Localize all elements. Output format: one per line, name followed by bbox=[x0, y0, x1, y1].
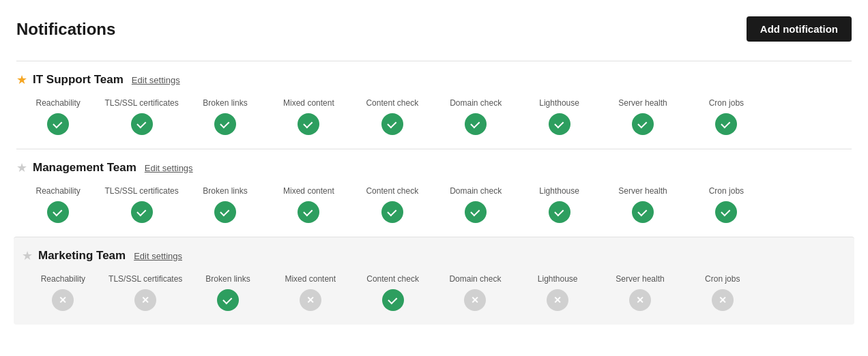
check-icon-marketing-team-4[interactable] bbox=[382, 289, 404, 311]
check-label-marketing-team-1: TLS/SSL certificates bbox=[108, 274, 182, 284]
check-col-marketing-team-1: TLS/SSL certificates bbox=[104, 271, 187, 319]
check-col-management-team-1: TLS/SSL certificates bbox=[100, 183, 183, 231]
check-icon-marketing-team-7[interactable] bbox=[629, 289, 651, 311]
check-label-marketing-team-6: Lighthouse bbox=[538, 274, 578, 284]
check-col-it-support-team-0: Reachability bbox=[16, 95, 100, 143]
checks-grid-management-team: ReachabilityTLS/SSL certificatesBroken l… bbox=[16, 183, 852, 231]
check-icon-management-team-1[interactable] bbox=[131, 201, 153, 223]
check-col-it-support-team-1: TLS/SSL certificates bbox=[100, 95, 183, 143]
check-icon-it-support-team-2[interactable] bbox=[214, 113, 236, 135]
check-col-it-support-team-7: Server health bbox=[601, 95, 684, 143]
page-title: Notifications bbox=[16, 20, 115, 39]
check-label-management-team-4: Content check bbox=[366, 186, 418, 196]
check-col-marketing-team-4: Content check bbox=[351, 271, 434, 319]
check-label-marketing-team-4: Content check bbox=[366, 274, 419, 284]
check-icon-it-support-team-6[interactable] bbox=[549, 113, 570, 135]
check-label-it-support-team-6: Lighthouse bbox=[539, 98, 579, 108]
team-header-it-support-team: ★IT Support TeamEdit settings bbox=[16, 72, 852, 87]
check-col-it-support-team-2: Broken links bbox=[184, 95, 267, 143]
check-icon-marketing-team-8[interactable] bbox=[712, 289, 734, 311]
checks-grid-marketing-team: ReachabilityTLS/SSL certificatesBroken l… bbox=[22, 271, 846, 319]
check-label-management-team-3: Mixed content bbox=[283, 186, 334, 196]
check-col-it-support-team-8: Cron jobs bbox=[684, 95, 768, 143]
check-icon-management-team-5[interactable] bbox=[465, 201, 487, 223]
check-label-it-support-team-7: Server health bbox=[618, 98, 667, 108]
check-icon-it-support-team-3[interactable] bbox=[298, 113, 319, 135]
check-col-it-support-team-3: Mixed content bbox=[267, 95, 350, 143]
check-col-it-support-team-4: Content check bbox=[351, 95, 434, 143]
check-label-marketing-team-5: Domain check bbox=[449, 274, 501, 284]
page-header: Notifications Add notification bbox=[16, 16, 852, 42]
check-icon-management-team-0[interactable] bbox=[47, 201, 69, 223]
check-icon-management-team-8[interactable] bbox=[715, 201, 737, 223]
add-notification-button[interactable]: Add notification bbox=[747, 16, 852, 42]
check-label-management-team-8: Cron jobs bbox=[709, 186, 744, 196]
check-icon-management-team-2[interactable] bbox=[214, 201, 236, 223]
teams-list: ★IT Support TeamEdit settingsReachabilit… bbox=[16, 61, 852, 325]
check-label-marketing-team-0: Reachability bbox=[41, 274, 85, 284]
check-icon-marketing-team-6[interactable] bbox=[547, 289, 568, 311]
check-col-management-team-5: Domain check bbox=[434, 183, 517, 231]
check-label-management-team-7: Server health bbox=[618, 186, 667, 196]
check-label-it-support-team-8: Cron jobs bbox=[709, 98, 744, 108]
team-section-marketing-team: ★Marketing TeamEdit settingsReachability… bbox=[14, 237, 854, 325]
check-col-marketing-team-2: Broken links bbox=[187, 271, 270, 319]
check-label-management-team-2: Broken links bbox=[203, 186, 247, 196]
star-icon-marketing-team[interactable]: ★ bbox=[22, 248, 33, 263]
team-header-management-team: ★Management TeamEdit settings bbox=[16, 160, 852, 175]
check-icon-it-support-team-7[interactable] bbox=[632, 113, 654, 135]
page-container: Notifications Add notification ★IT Suppo… bbox=[0, 0, 868, 356]
check-label-marketing-team-3: Mixed content bbox=[285, 274, 336, 284]
team-name-management-team: Management Team bbox=[33, 161, 136, 175]
check-label-management-team-0: Reachability bbox=[36, 186, 81, 196]
check-label-management-team-5: Domain check bbox=[450, 186, 502, 196]
check-col-marketing-team-3: Mixed content bbox=[269, 271, 351, 319]
check-col-marketing-team-5: Domain check bbox=[434, 271, 517, 319]
check-col-management-team-0: Reachability bbox=[16, 183, 100, 231]
check-icon-marketing-team-1[interactable] bbox=[134, 289, 156, 311]
check-icon-it-support-team-0[interactable] bbox=[47, 113, 69, 135]
edit-settings-link-it-support-team[interactable]: Edit settings bbox=[132, 75, 180, 85]
check-col-it-support-team-6: Lighthouse bbox=[517, 95, 601, 143]
check-icon-it-support-team-8[interactable] bbox=[715, 113, 737, 135]
check-label-management-team-1: TLS/SSL certificates bbox=[104, 186, 178, 196]
checks-grid-it-support-team: ReachabilityTLS/SSL certificatesBroken l… bbox=[16, 95, 852, 143]
check-col-management-team-8: Cron jobs bbox=[684, 183, 768, 231]
check-col-marketing-team-8: Cron jobs bbox=[681, 271, 764, 319]
check-icon-management-team-4[interactable] bbox=[381, 201, 403, 223]
team-name-marketing-team: Marketing Team bbox=[38, 249, 126, 263]
edit-settings-link-management-team[interactable]: Edit settings bbox=[145, 163, 193, 173]
star-icon-it-support-team[interactable]: ★ bbox=[16, 72, 27, 87]
check-col-marketing-team-6: Lighthouse bbox=[517, 271, 599, 319]
check-icon-marketing-team-5[interactable] bbox=[464, 289, 486, 311]
team-section-management-team: ★Management TeamEdit settingsReachabilit… bbox=[16, 149, 852, 237]
check-col-management-team-3: Mixed content bbox=[267, 183, 350, 231]
team-section-it-support-team: ★IT Support TeamEdit settingsReachabilit… bbox=[16, 61, 852, 149]
check-icon-management-team-7[interactable] bbox=[632, 201, 654, 223]
check-col-marketing-team-0: Reachability bbox=[22, 271, 104, 319]
check-col-management-team-6: Lighthouse bbox=[517, 183, 601, 231]
check-icon-management-team-3[interactable] bbox=[298, 201, 319, 223]
check-label-management-team-6: Lighthouse bbox=[539, 186, 579, 196]
check-col-management-team-4: Content check bbox=[351, 183, 434, 231]
check-label-marketing-team-7: Server health bbox=[616, 274, 664, 284]
check-col-management-team-7: Server health bbox=[601, 183, 684, 231]
check-icon-it-support-team-4[interactable] bbox=[381, 113, 403, 135]
star-icon-management-team[interactable]: ★ bbox=[16, 160, 27, 175]
check-col-it-support-team-5: Domain check bbox=[434, 95, 517, 143]
check-label-marketing-team-8: Cron jobs bbox=[705, 274, 740, 284]
check-icon-marketing-team-0[interactable] bbox=[52, 289, 74, 311]
check-icon-management-team-6[interactable] bbox=[549, 201, 570, 223]
check-icon-it-support-team-5[interactable] bbox=[465, 113, 487, 135]
check-icon-marketing-team-3[interactable] bbox=[300, 289, 321, 311]
team-header-marketing-team: ★Marketing TeamEdit settings bbox=[22, 248, 846, 263]
check-label-it-support-team-2: Broken links bbox=[203, 98, 247, 108]
team-name-it-support-team: IT Support Team bbox=[33, 73, 124, 87]
check-label-it-support-team-3: Mixed content bbox=[283, 98, 334, 108]
check-col-marketing-team-7: Server health bbox=[599, 271, 682, 319]
check-icon-marketing-team-2[interactable] bbox=[217, 289, 239, 311]
edit-settings-link-marketing-team[interactable]: Edit settings bbox=[134, 251, 182, 261]
check-label-it-support-team-5: Domain check bbox=[450, 98, 502, 108]
check-icon-it-support-team-1[interactable] bbox=[131, 113, 153, 135]
check-col-management-team-2: Broken links bbox=[184, 183, 267, 231]
